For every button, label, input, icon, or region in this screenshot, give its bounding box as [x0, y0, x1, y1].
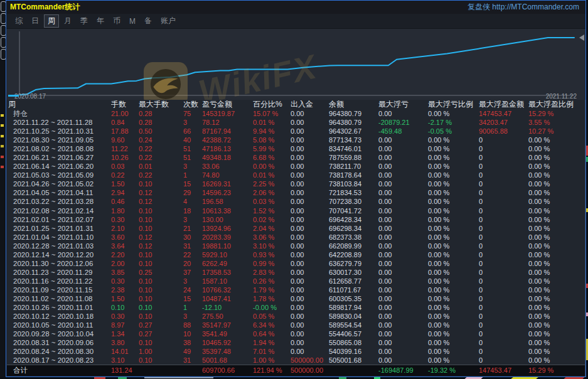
table-cell: 1587.10 [202, 277, 253, 286]
table-row[interactable]: 2021.06.14 ~ 2021.06.200.030.01333.060.0… [7, 162, 585, 171]
table-cell: 0.10 [139, 277, 183, 286]
row-label: 2020.11.30 ~ 2020.12.06 [8, 259, 111, 268]
table-cell: 0.00 [291, 321, 329, 329]
table-cell [329, 365, 378, 376]
table-cell: 17.88 [111, 127, 139, 136]
table-cell: 0.00 [291, 312, 329, 321]
menu-item-year[interactable]: 年 [93, 14, 108, 28]
table-row[interactable]: 2021.10.25 ~ 2021.10.3117.880.506687167.… [7, 127, 585, 136]
table-cell: 40 [183, 136, 202, 144]
header-cell: 最大浮亏比例 [428, 100, 479, 109]
table-cell: 2.20 [111, 250, 139, 259]
table-cell: 38 [183, 338, 202, 347]
table-cell: 0.30 [111, 215, 139, 224]
table-row[interactable]: 2020.12.14 ~ 2020.12.202.200.10225929.10… [7, 250, 585, 259]
table-cell: 0 [479, 233, 528, 242]
table-row[interactable]: 2020.12.28 ~ 2021.01.033.640.123119881.1… [7, 242, 585, 250]
table-cell: 0.84 [111, 118, 139, 127]
table-row[interactable]: 2021.01.25 ~ 2021.01.312.100.102113924.9… [7, 224, 585, 233]
table-row[interactable]: 2020.09.28 ~ 2020.10.041.340.27103541.49… [7, 329, 585, 338]
table-row[interactable]: 2021.11.22 ~ 2021.11.280.840.28378.120.0… [7, 118, 585, 127]
menu-item-m[interactable]: M [126, 16, 139, 27]
table-cell: 0.93 % [253, 250, 291, 259]
table-cell: -459.48 [378, 127, 428, 136]
menu-item-week[interactable]: 周 [44, 14, 59, 28]
table-cell: 35147.97 [202, 321, 253, 329]
table-cell: 0.00 [291, 118, 329, 127]
table-cell: 0.00 [378, 321, 428, 329]
table-cell: 15.29 % [528, 365, 585, 376]
title-bar: MTCommander统计 复盘侠 http://MTCommander.com [6, 1, 585, 14]
table-cell: 47186.13 [202, 144, 253, 153]
menu-item-month[interactable]: 月 [60, 14, 75, 28]
table-row[interactable]: 2020.11.02 ~ 2020.11.081.500.101510487.4… [7, 294, 585, 303]
menu-item-currency[interactable]: 币 [109, 14, 124, 28]
table-row[interactable]: 2020.08.31 ~ 2020.09.063.800.103810465.9… [7, 338, 585, 347]
menu-item-account[interactable]: 账户 [157, 14, 179, 28]
table-cell: 1.52 % [253, 206, 291, 215]
table-row[interactable]: 2021.04.26 ~ 2021.05.021.500.101516269.3… [7, 179, 585, 188]
table-cell: 0.00 % [428, 329, 479, 338]
row-label: 2021.06.14 ~ 2021.06.20 [8, 162, 111, 171]
table-cell: 964302.67 [329, 127, 378, 136]
table-row[interactable]: 2020.10.26 ~ 2020.11.010.100.101-12.10-0… [7, 303, 585, 312]
table-cell: 29 [183, 188, 202, 197]
table-cell: 0.00 [291, 233, 329, 242]
table-cell: 0 [479, 197, 528, 206]
menu-item-overview[interactable]: 综 [11, 14, 26, 28]
table-cell: 0 [479, 329, 528, 338]
table-cell: 0.26 % [253, 277, 291, 286]
table-row[interactable]: 2020.11.09 ~ 2020.11.152.380.102410766.3… [7, 286, 585, 294]
table-cell: 145319.87 [202, 109, 253, 118]
table-cell: 0.00 % [528, 338, 585, 347]
table-cell: 0 [479, 136, 528, 144]
table-row[interactable]: 2020.10.12 ~ 2020.10.180.300.103275.500.… [7, 312, 585, 321]
table-row[interactable]: 2020.10.05 ~ 2020.10.118.970.278835147.9… [7, 321, 585, 329]
table-cell: 0.00 % [528, 268, 585, 277]
table-cell: 589817.94 [329, 303, 378, 312]
chart-edge-fragment [8, 95, 19, 97]
table-cell: 0.00 [378, 347, 428, 356]
brand-link[interactable]: 复盘侠 http://MTCommander.com [468, 2, 579, 13]
table-row[interactable]: 2021.06.21 ~ 2021.06.2710.260.225149348.… [7, 153, 585, 162]
table-cell: 0.00 % [428, 242, 479, 250]
table-cell: 0.00 [291, 188, 329, 197]
table-row[interactable]: 2021.02.08 ~ 2021.02.141.800.101810613.3… [7, 206, 585, 215]
table-cell: 0.01 % [253, 118, 291, 127]
table-row[interactable]: 2021.04.05 ~ 2021.04.112.940.122914596.2… [7, 188, 585, 197]
table-row[interactable]: 2020.08.24 ~ 2020.08.3014.011.004935397.… [7, 347, 585, 356]
table-row[interactable]: 2020.08.17 ~ 2020.08.233.100.10315001.68… [7, 356, 585, 365]
row-label: 持仓 [8, 109, 111, 118]
table-cell: 0.10 [139, 215, 183, 224]
stats-table: 周手数最大手数次数盈亏金额百分比%出入金余额最大浮亏最大浮亏比例最大浮盈金额最大… [7, 100, 585, 377]
table-row[interactable]: 持仓21.000.2875145319.8715.07 %0.00964380.… [7, 109, 585, 118]
table-row[interactable]: 2020.11.30 ~ 2020.12.062.000.10206262.49… [7, 259, 585, 268]
table-cell: 0.00 % [428, 294, 479, 303]
table-cell: 0.12 [139, 242, 183, 250]
table-cell: 0.00 [291, 268, 329, 277]
table-row[interactable]: 2021.02.01 ~ 2021.02.070.300.103130.000.… [7, 215, 585, 224]
table-row[interactable]: 2021.08.30 ~ 2021.09.059.600.244042388.7… [7, 136, 585, 144]
row-label: 合计 [8, 365, 111, 376]
table-row[interactable]: 2020.11.23 ~ 2020.11.293.850.253717358.5… [7, 268, 585, 277]
menu-item-quarter[interactable]: 季 [77, 14, 92, 28]
table-cell [183, 365, 202, 376]
menu-item-backup[interactable]: 备 [141, 14, 156, 28]
table-cell: 0 [479, 259, 528, 268]
table-row[interactable]: 2021.03.22 ~ 2021.03.280.460.124196.580.… [7, 197, 585, 206]
table-cell: 609700.66 [202, 365, 253, 376]
header-cell: 最大手数 [139, 100, 183, 109]
table-cell: 0.12 [139, 233, 183, 242]
table-row[interactable]: 2020.11.16 ~ 2020.11.220.300.1031587.100… [7, 277, 585, 286]
table-row[interactable]: 2021.05.03 ~ 2021.05.090.220.22174.800.0… [7, 171, 585, 179]
table-row[interactable]: 2021.01.04 ~ 2021.01.103.600.123020283.3… [7, 233, 585, 242]
table-cell: 1 [183, 171, 202, 179]
chart-line [20, 38, 574, 95]
header-cell: 最大浮盈金额 [479, 100, 528, 109]
table-cell: 0 [479, 286, 528, 294]
table-row[interactable]: 2021.08.02 ~ 2021.08.0811.220.225147186.… [7, 144, 585, 153]
table-cell: 20283.39 [202, 233, 253, 242]
row-label: 2021.04.26 ~ 2021.05.02 [8, 179, 111, 188]
table-cell: 8.97 [111, 321, 139, 329]
menu-item-day[interactable]: 日 [28, 14, 43, 28]
